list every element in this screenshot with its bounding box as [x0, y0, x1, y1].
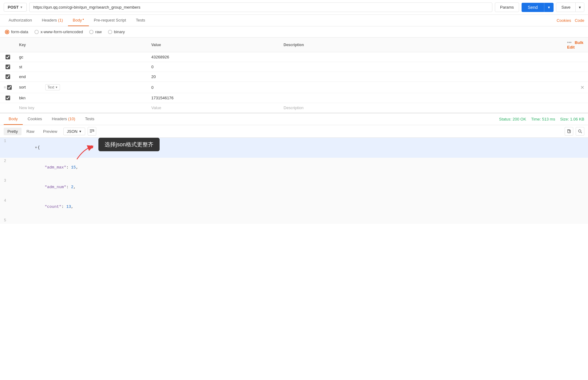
request-tabs: Authorization Headers (1) Body● Pre-requ…	[0, 15, 588, 26]
tab-tests[interactable]: Tests	[131, 15, 150, 26]
checkbox-sort[interactable]	[7, 85, 12, 90]
drag-handle-icon[interactable]: ≡	[4, 85, 6, 89]
key-cell-sort[interactable]: sort Text ▼	[15, 82, 148, 93]
desc-cell-st	[280, 62, 563, 72]
row-checkbox-gc	[4, 55, 12, 59]
table-row: gc 43268926	[0, 52, 588, 62]
table-row: end 20	[0, 72, 588, 82]
key-cell-st[interactable]: st	[15, 62, 148, 72]
time-item: Time: 513 ms	[531, 117, 555, 121]
radio-raw[interactable]: raw	[89, 30, 102, 34]
copy-response-button[interactable]	[565, 127, 573, 136]
value-cell-bkn[interactable]: 1731546176	[148, 93, 280, 103]
json-viewer: 1 ▼{ 2 "adm_max": 15, 3 "adm_num": 2, 4	[0, 138, 588, 224]
format-chevron-icon: ▼	[79, 130, 82, 133]
view-tab-raw[interactable]: Raw	[23, 128, 38, 135]
header-checkbox-col	[0, 38, 15, 52]
url-input[interactable]	[29, 2, 492, 12]
code-link[interactable]: Code	[575, 15, 584, 26]
resp-tab-body[interactable]: Body	[4, 113, 23, 125]
key-cell-bkn[interactable]: bkn	[15, 93, 148, 103]
resp-tab-tests[interactable]: Tests	[80, 113, 99, 125]
checkbox-bkn[interactable]	[6, 96, 10, 100]
status-item: Status: 200 OK	[499, 117, 526, 121]
key-cell-gc[interactable]: gc	[15, 52, 148, 62]
more-options-icon[interactable]: •••	[567, 40, 572, 45]
send-button[interactable]: Send	[522, 3, 544, 12]
response-toolbar: Pretty Raw Preview JSON ▼	[0, 125, 588, 138]
response-section: Body Cookies Headers (10) Tests Status: …	[0, 113, 588, 224]
tab-pre-request-script[interactable]: Pre-request Script	[89, 15, 131, 26]
value-cell-end[interactable]: 20	[148, 72, 280, 82]
wrap-text-button[interactable]	[88, 127, 96, 136]
right-links: Cookies Code	[557, 15, 584, 26]
body-dot-indicator: ●	[82, 18, 84, 21]
desc-cell-bkn	[280, 93, 563, 103]
view-tab-pretty[interactable]: Pretty	[4, 128, 22, 135]
placeholder-key[interactable]: New key	[15, 103, 148, 113]
save-group: Save ▼	[556, 2, 584, 12]
method-chevron-icon: ▼	[20, 6, 23, 9]
tab-authorization[interactable]: Authorization	[4, 15, 37, 26]
placeholder-row: New key Value Description	[0, 103, 588, 113]
tab-headers[interactable]: Headers (1)	[37, 15, 68, 26]
format-select[interactable]: JSON ▼	[63, 128, 85, 135]
search-icon	[578, 129, 582, 133]
save-dropdown-button[interactable]: ▼	[575, 3, 584, 12]
svg-point-4	[578, 130, 581, 132]
delete-row-icon[interactable]: ✕	[580, 85, 584, 90]
header-key: Key	[15, 38, 148, 52]
collapse-icon[interactable]: ▼	[35, 146, 37, 149]
key-cell-end[interactable]: end	[15, 72, 148, 82]
size-item: Size: 1.06 KB	[560, 117, 584, 121]
header-value: Value	[148, 38, 280, 52]
response-actions	[565, 127, 584, 136]
save-button[interactable]: Save	[556, 3, 575, 12]
resp-tab-headers[interactable]: Headers (10)	[47, 113, 80, 125]
radio-dot-form-data	[5, 30, 9, 34]
size-value: 1.06 KB	[570, 117, 584, 121]
params-table: Key Value Description ••• Bulk Edit gc 4…	[0, 38, 588, 113]
type-badge-sort[interactable]: Text ▼	[45, 84, 60, 90]
actions-cell-sort: ✕	[563, 82, 588, 93]
json-line: 1 ▼{	[0, 138, 588, 157]
checkbox-gc[interactable]	[6, 55, 10, 59]
radio-urlencoded[interactable]: x-www-form-urlencoded	[34, 30, 83, 34]
search-response-button[interactable]	[576, 127, 584, 136]
json-line: 4 "count": 13,	[0, 197, 588, 217]
json-viewer-wrapper[interactable]: 1 ▼{ 2 "adm_max": 15, 3 "adm_num": 2, 4	[0, 138, 588, 224]
radio-binary[interactable]: binary	[108, 30, 125, 34]
radio-form-data[interactable]: form-data	[5, 30, 28, 34]
json-line: 5 "ec": 0,	[0, 217, 588, 224]
response-tabs-bar: Body Cookies Headers (10) Tests Status: …	[0, 113, 588, 125]
checkbox-end[interactable]	[6, 74, 10, 79]
json-line: 3 "adm_num": 2,	[0, 177, 588, 197]
table-row: bkn 1731546176	[0, 93, 588, 103]
view-tab-preview[interactable]: Preview	[39, 128, 61, 135]
value-cell-gc[interactable]: 43268926	[148, 52, 280, 62]
checkbox-st[interactable]	[6, 65, 10, 69]
radio-dot-raw	[89, 30, 93, 34]
table-row: ≡ sort Text ▼ 0 ✕	[0, 82, 588, 93]
method-button[interactable]: POST ▼	[4, 3, 27, 12]
body-type-bar: form-data x-www-form-urlencoded raw bina…	[0, 26, 588, 38]
table-row: st 0	[0, 62, 588, 72]
value-cell-sort[interactable]: 0	[148, 82, 280, 93]
value-cell-st[interactable]: 0	[148, 62, 280, 72]
type-chevron-icon: ▼	[55, 86, 58, 89]
placeholder-value[interactable]: Value	[148, 103, 280, 113]
time-value: 513 ms	[542, 117, 555, 121]
desc-cell-gc	[280, 52, 563, 62]
actions-cell-st	[563, 62, 588, 72]
send-dropdown-button[interactable]: ▼	[544, 3, 554, 12]
url-bar: POST ▼ Params Send ▼ Save ▼	[0, 0, 588, 15]
json-line: 2 "adm_max": 15,	[0, 158, 588, 177]
radio-dot-binary	[108, 30, 112, 34]
tab-body[interactable]: Body●	[68, 15, 89, 26]
copy-icon	[567, 129, 571, 133]
cookies-link[interactable]: Cookies	[557, 15, 571, 26]
params-button[interactable]: Params	[495, 2, 519, 12]
svg-line-5	[581, 132, 582, 133]
resp-tab-cookies[interactable]: Cookies	[23, 113, 47, 125]
radio-dot-urlencoded	[34, 30, 39, 34]
